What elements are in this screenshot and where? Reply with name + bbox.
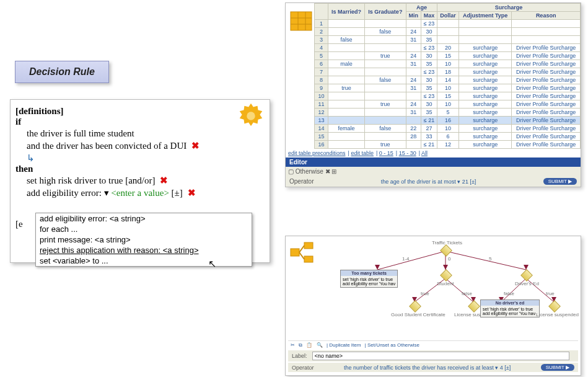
table-row[interactable]: 7≤ 2318surchargeDriver Profile Surcharge bbox=[315, 68, 581, 76]
action-dropdown[interactable]: add eligibility error: <a string> for ea… bbox=[35, 213, 252, 267]
cell-grad[interactable] bbox=[365, 109, 406, 117]
cell-dollar[interactable]: 10 bbox=[437, 125, 459, 133]
continue-arrow-icon[interactable]: ↳ bbox=[27, 153, 265, 164]
cell-max[interactable]: 33 bbox=[421, 133, 437, 141]
cell-married[interactable] bbox=[328, 141, 365, 149]
cell-married[interactable] bbox=[328, 109, 365, 117]
cell-dollar[interactable]: 10 bbox=[437, 60, 459, 68]
table-row[interactable]: 1231355surchargeDriver Profile Surcharge bbox=[315, 109, 581, 117]
cell-grad[interactable]: true bbox=[365, 100, 406, 109]
link-edit-precond[interactable]: edit table preconditions bbox=[288, 150, 346, 156]
cell-adj[interactable]: surcharge bbox=[459, 141, 512, 149]
cell-dollar[interactable]: 10 bbox=[437, 100, 459, 109]
rule-act-2[interactable]: add eligibility error: ▾ <enter a value>… bbox=[27, 187, 265, 199]
cell-married[interactable]: false bbox=[328, 36, 365, 44]
toolbar-del-icon[interactable]: ✖ bbox=[325, 168, 330, 175]
cell-dollar[interactable]: 10 bbox=[437, 84, 459, 92]
cell-max[interactable]: ≤ 23 bbox=[421, 68, 437, 76]
too-many-tickets-box[interactable]: Too many tickets set 'high risk driver' … bbox=[340, 270, 398, 288]
cell-min[interactable]: 24 bbox=[406, 76, 421, 84]
cell-dollar[interactable]: 5 bbox=[437, 109, 459, 117]
link-range-15-30[interactable]: 15 - 30 bbox=[399, 150, 416, 156]
cell-adj[interactable]: surcharge bbox=[459, 109, 512, 117]
toolbar-otherwise[interactable]: Otherwise bbox=[296, 168, 323, 175]
remove-act1-icon[interactable]: ✖ bbox=[160, 175, 168, 185]
cell-max[interactable]: 27 bbox=[421, 125, 437, 133]
th-min[interactable]: Min bbox=[406, 12, 421, 20]
cell-grad[interactable] bbox=[365, 84, 406, 92]
cell-married[interactable] bbox=[328, 117, 365, 125]
cell-grad[interactable] bbox=[365, 20, 406, 28]
dd-item-0[interactable]: add eligibility error: <a string> bbox=[36, 213, 252, 224]
toolbar-tree-icon[interactable]: ⊞ bbox=[331, 168, 336, 175]
cell-min[interactable]: 31 bbox=[406, 60, 421, 68]
cell-max[interactable]: 30 bbox=[421, 100, 437, 109]
cell-married[interactable] bbox=[328, 92, 365, 100]
rule-act-1[interactable]: set high risk driver to true [and/or] ✖ bbox=[27, 174, 265, 187]
link-range-0-15[interactable]: 0 - 15 bbox=[379, 150, 393, 156]
cell-grad[interactable] bbox=[365, 92, 406, 100]
cell-grad[interactable] bbox=[365, 36, 406, 44]
cell-adj[interactable] bbox=[459, 28, 512, 36]
table-row[interactable]: 6male313510surchargeDriver Profile Surch… bbox=[315, 60, 581, 68]
cell-min[interactable] bbox=[406, 20, 421, 28]
cell-max[interactable]: 30 bbox=[421, 76, 437, 84]
table-row[interactable]: 9true313510surchargeDriver Profile Surch… bbox=[315, 84, 581, 92]
cell-reason[interactable]: Driver Profile Surcharge bbox=[512, 68, 581, 76]
cell-grad[interactable] bbox=[365, 117, 406, 125]
cell-grad[interactable]: true bbox=[365, 52, 406, 60]
th-married[interactable]: Is Married? bbox=[328, 4, 365, 20]
cell-dollar[interactable]: 15 bbox=[437, 52, 459, 60]
cell-reason[interactable] bbox=[512, 20, 581, 28]
cell-married[interactable] bbox=[328, 76, 365, 84]
th-graduate[interactable]: Is Graduate? bbox=[365, 4, 406, 20]
cell-married[interactable] bbox=[328, 52, 365, 60]
cell-married[interactable] bbox=[328, 28, 365, 36]
cell-max[interactable]: ≤ 23 bbox=[421, 92, 437, 100]
cell-max[interactable]: 30 bbox=[421, 52, 437, 60]
dd-item-4[interactable]: set <variable> to ... bbox=[36, 255, 252, 266]
cell-reason[interactable]: Driver Profile Surcharge bbox=[512, 84, 581, 92]
tree-label-input[interactable] bbox=[312, 352, 569, 360]
cell-adj[interactable]: surcharge bbox=[459, 125, 512, 133]
rule-act-2-placeholder[interactable]: <enter a value> bbox=[111, 188, 169, 198]
cell-grad[interactable]: false bbox=[365, 76, 406, 84]
cell-min[interactable]: 31 bbox=[406, 36, 421, 44]
th-surcharge[interactable]: Surcharge bbox=[437, 4, 581, 12]
table-row[interactable]: 4≤ 2320surchargeDriver Profile Surcharge bbox=[315, 44, 581, 52]
tree-toolbar[interactable]: ✂ ⧉ 📋 🔍 | Duplicate Item | Set/Unset as … bbox=[288, 340, 578, 350]
table-submit-button[interactable]: SUBMIT ▶ bbox=[543, 178, 577, 185]
cell-max[interactable]: 30 bbox=[421, 28, 437, 36]
toolbar-new-icon[interactable]: ▢ bbox=[288, 168, 294, 175]
th-reason[interactable]: Reason bbox=[512, 12, 581, 20]
table-row[interactable]: 10≤ 2315surchargeDriver Profile Surcharg… bbox=[315, 92, 581, 100]
tb-copy-icon[interactable]: ⧉ bbox=[299, 342, 302, 348]
rule-cond-1[interactable]: the driver is full time student bbox=[27, 127, 265, 140]
dd-item-3[interactable]: reject this application with reason: <a … bbox=[36, 245, 252, 255]
link-edit-table[interactable]: edit table bbox=[351, 150, 374, 156]
no-drivers-ed-box[interactable]: No driver's ed set 'high risk driver' to… bbox=[480, 299, 540, 317]
table-row[interactable]: 8false243014surchargeDriver Profile Surc… bbox=[315, 76, 581, 84]
cell-reason[interactable]: Driver Profile Surcharge bbox=[512, 76, 581, 84]
table-row[interactable]: 1≤ 23 bbox=[315, 20, 581, 28]
cell-adj[interactable]: surcharge bbox=[459, 117, 512, 125]
cell-adj[interactable]: surcharge bbox=[459, 68, 512, 76]
cell-dollar[interactable] bbox=[437, 28, 459, 36]
cell-dollar[interactable] bbox=[437, 36, 459, 44]
tb-dup[interactable]: Duplicate Item bbox=[329, 342, 361, 348]
cell-max[interactable]: ≤ 21 bbox=[421, 141, 437, 149]
cell-reason[interactable]: Driver Profile Surcharge bbox=[512, 141, 581, 149]
cell-min[interactable]: 24 bbox=[406, 100, 421, 109]
cell-grad[interactable]: false bbox=[365, 125, 406, 133]
cell-reason[interactable]: Driver Profile Surcharge bbox=[512, 92, 581, 100]
cell-married[interactable] bbox=[328, 68, 365, 76]
tb-zoom-icon[interactable]: 🔍 bbox=[317, 342, 323, 348]
cell-reason[interactable]: Driver Profile Surcharge bbox=[512, 44, 581, 52]
decision-table[interactable]: Is Married? Is Graduate? Age Surcharge M… bbox=[314, 3, 581, 149]
link-range-all[interactable]: All bbox=[421, 150, 428, 156]
cell-min[interactable]: 28 bbox=[406, 133, 421, 141]
tree-submit-button[interactable]: SUBMIT ▶ bbox=[541, 364, 574, 371]
dd-item-1[interactable]: for each ... bbox=[36, 224, 252, 234]
cell-adj[interactable]: surcharge bbox=[459, 100, 512, 109]
table-row[interactable]: 16true≤ 2112surchargeDriver Profile Surc… bbox=[315, 141, 581, 149]
